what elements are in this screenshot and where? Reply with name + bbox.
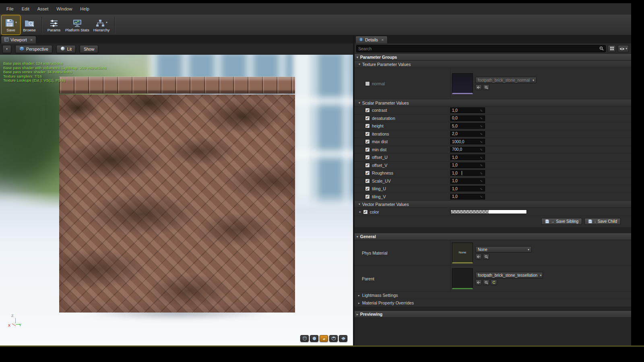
phys-material-value: None	[478, 247, 487, 252]
search-input[interactable]	[358, 46, 598, 51]
param-value-input[interactable]: 1,0↔	[450, 194, 485, 200]
param-checkbox[interactable]	[365, 179, 370, 183]
normal-texture-dropdown[interactable]: footpath_brick_stone_normal ▾	[475, 77, 537, 83]
param-value-input[interactable]: 2,0↔	[450, 131, 485, 137]
param-value-input[interactable]: 700,0↔	[450, 147, 485, 152]
browse-to-asset-button[interactable]	[483, 280, 489, 285]
param-value-input[interactable]: 1000,0↔	[450, 139, 485, 144]
param-checkbox[interactable]	[365, 116, 370, 121]
browse-to-asset-button[interactable]	[483, 84, 489, 90]
section-lightmass-settings[interactable]: ▸ Lightmass Settings	[355, 292, 631, 299]
use-selected-asset-button[interactable]	[475, 84, 482, 90]
phys-material-thumbnail[interactable]: None	[452, 243, 473, 263]
scalar-param-row: desaturation 0,0↔	[355, 115, 631, 123]
material-instance-editor-window: File Edit Asset Window Help ▾ Save Brows…	[0, 3, 631, 346]
save-dropdown-icon[interactable]: ▾	[15, 21, 17, 24]
menu-file[interactable]: File	[2, 3, 18, 14]
expanded-arrow-icon: ▾	[357, 235, 358, 239]
search-icon[interactable]	[599, 45, 604, 52]
platform-stats-button[interactable]: Platform Stats	[63, 15, 91, 35]
param-checkbox[interactable]	[365, 155, 370, 160]
lit-mode-button[interactable]: Lit	[56, 45, 76, 53]
menu-help[interactable]: Help	[76, 3, 93, 14]
color-param-checkbox[interactable]	[363, 210, 368, 214]
material-preview-mesh[interactable]	[59, 76, 295, 313]
menu-edit[interactable]: Edit	[18, 3, 33, 14]
param-value-text: 1,0	[452, 171, 458, 175]
section-vector-parameter-values[interactable]: ▾ Vector Parameter Values	[355, 201, 631, 208]
parent-material-thumbnail[interactable]	[452, 268, 473, 289]
param-value-input[interactable]: 5,0↔	[450, 123, 485, 129]
browse-to-asset-button[interactable]	[483, 254, 489, 259]
param-value-text: 1,0	[452, 108, 458, 113]
color-param-label: color	[370, 210, 379, 214]
save-button[interactable]: ▾ Save	[2, 15, 20, 35]
param-checkbox[interactable]	[365, 147, 370, 152]
parent-material-dropdown[interactable]: footpath_brick_stone_tessellation ▾	[475, 272, 543, 278]
param-label: offset_V	[372, 163, 387, 168]
tab-details[interactable]: Details ×	[355, 36, 388, 43]
viewport-options-button[interactable]: ▾	[2, 45, 11, 53]
view-options-grid-button[interactable]	[608, 45, 616, 52]
normal-texture-thumbnail[interactable]	[452, 73, 473, 94]
param-checkbox[interactable]	[365, 163, 370, 168]
preview-custom-mesh-button[interactable]	[339, 335, 347, 342]
close-tab-icon[interactable]: ×	[381, 37, 384, 42]
browse-button[interactable]: Browse	[20, 15, 39, 35]
material-property-overrides-label: Material Property Overrides	[362, 300, 414, 305]
tab-viewport[interactable]: Viewport ×	[1, 36, 36, 43]
param-value-input[interactable]: 1,0↔	[450, 162, 485, 168]
viewport-3d-scene[interactable]: Base pass shader: 124 instructions Base …	[0, 55, 353, 346]
param-value-input[interactable]: 1,0↔	[450, 170, 485, 176]
visibility-filter-button[interactable]: ▾	[618, 45, 629, 52]
collapsed-arrow-icon[interactable]: ▸	[359, 210, 361, 214]
params-icon	[50, 18, 58, 27]
close-tab-icon[interactable]: ×	[30, 37, 33, 42]
normal-param-checkbox[interactable]	[365, 81, 370, 86]
show-button[interactable]: Show	[80, 45, 98, 53]
param-name-cell: offset_V	[355, 162, 450, 169]
param-checkbox[interactable]	[365, 123, 370, 128]
param-value-input[interactable]: 1,0↔	[450, 178, 485, 184]
section-texture-parameter-values[interactable]: ▾ Texture Parameter Values	[355, 61, 631, 68]
param-value-input[interactable]: 1,0↔	[450, 154, 485, 160]
preview-plane-button[interactable]	[320, 335, 328, 342]
hierarchy-dropdown-icon[interactable]: ▾	[106, 21, 107, 24]
menu-window[interactable]: Window	[52, 3, 76, 14]
param-checkbox[interactable]	[365, 132, 370, 136]
section-previewing[interactable]: ▸ Previewing	[355, 311, 631, 318]
section-general[interactable]: ▾ General	[355, 233, 631, 240]
scalar-param-row: height 5,0↔	[355, 122, 631, 130]
param-value-cell: 1,0↔	[450, 193, 631, 201]
menu-asset[interactable]: Asset	[33, 3, 53, 14]
color-picker-bar[interactable]	[450, 210, 527, 214]
param-checkbox[interactable]	[365, 108, 370, 113]
param-checkbox[interactable]	[365, 194, 370, 199]
perspective-button[interactable]: Perspective	[15, 45, 52, 53]
param-value-input[interactable]: 0,0↔	[450, 115, 485, 121]
param-checkbox[interactable]	[365, 171, 370, 175]
param-value-cell: 0,0↔	[450, 115, 631, 122]
save-sibling-button[interactable]: → Save Sibling	[541, 218, 582, 225]
save-child-button[interactable]: ↓ Save Child	[584, 218, 621, 225]
phys-material-dropdown[interactable]: None ▾	[475, 246, 532, 253]
section-scalar-parameter-values[interactable]: ▾ Scalar Parameter Values	[355, 99, 631, 107]
preview-cube-button[interactable]	[329, 335, 338, 342]
param-checkbox[interactable]	[365, 186, 370, 191]
reset-to-default-button[interactable]	[491, 280, 497, 285]
hierarchy-button[interactable]: ▾ Hierarchy	[91, 15, 112, 35]
preview-cylinder-button[interactable]	[300, 335, 309, 342]
hierarchy-icon: ▾	[95, 18, 107, 27]
section-parameter-groups[interactable]: ▾ Parameter Groups	[355, 54, 631, 61]
section-material-property-overrides[interactable]: ▸ Material Property Overrides	[355, 299, 631, 307]
preview-sphere-button[interactable]	[310, 335, 318, 342]
param-value-input[interactable]: 1,0↔	[450, 107, 485, 113]
use-selected-asset-button[interactable]	[475, 280, 482, 285]
param-label: offset_U	[372, 155, 388, 160]
param-value-input[interactable]: 1,0↔	[450, 186, 485, 191]
param-checkbox[interactable]	[365, 139, 370, 144]
param-value-cell: footpath_brick_stone_normal ▾	[450, 68, 631, 99]
lightmass-settings-label: Lightmass Settings	[362, 293, 398, 298]
params-button[interactable]: Params	[45, 15, 63, 35]
use-selected-asset-button[interactable]	[475, 254, 482, 259]
